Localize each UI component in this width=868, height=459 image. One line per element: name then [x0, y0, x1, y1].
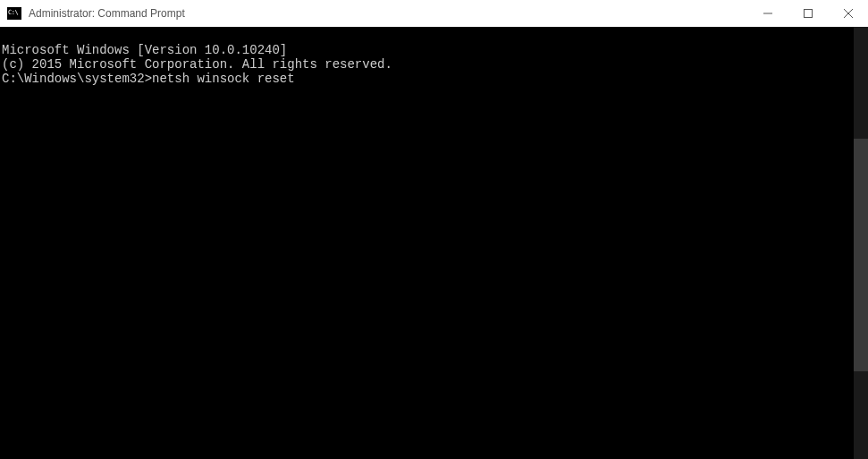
window-controls	[747, 0, 868, 27]
terminal-prompt-line: C:\Windows\system32>netsh winsock reset	[2, 72, 868, 86]
scrollbar-thumb[interactable]	[854, 139, 868, 371]
minimize-button[interactable]	[747, 0, 788, 27]
scrollbar-track[interactable]	[854, 27, 868, 459]
terminal-line: (c) 2015 Microsoft Corporation. All righ…	[2, 57, 868, 72]
terminal-prompt: C:\Windows\system32>	[2, 72, 152, 86]
cmd-icon	[7, 7, 21, 20]
maximize-button[interactable]	[788, 0, 828, 27]
titlebar[interactable]: Administrator: Command Prompt	[0, 0, 868, 27]
window-title: Administrator: Command Prompt	[29, 7, 747, 20]
close-button[interactable]	[828, 0, 868, 27]
terminal-line: Microsoft Windows [Version 10.0.10240]	[2, 43, 868, 57]
terminal-output[interactable]: Microsoft Windows [Version 10.0.10240](c…	[0, 27, 868, 459]
svg-rect-1	[804, 10, 812, 18]
terminal-command[interactable]: netsh winsock reset	[152, 72, 295, 86]
